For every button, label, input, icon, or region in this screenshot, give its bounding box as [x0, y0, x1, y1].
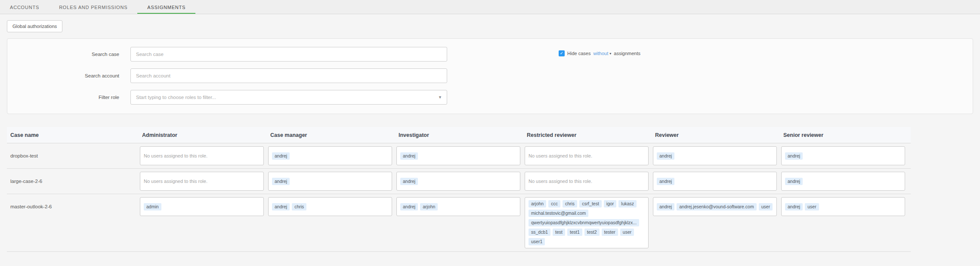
role-cell-case-manager: andrej [268, 146, 396, 165]
role-cell-restricted-reviewer: No users assigned to this role. [524, 172, 652, 191]
role-assignment-box-administrator[interactable]: No users assigned to this role. [140, 146, 264, 165]
search-account-label: Search account [7, 73, 119, 78]
user-chip[interactable]: andrej [785, 203, 803, 210]
user-chip[interactable]: arjohn [529, 200, 546, 207]
user-chip[interactable]: user [620, 229, 634, 236]
role-assignment-box-administrator[interactable]: No users assigned to this role. [140, 172, 264, 191]
role-assignment-box-senior-reviewer[interactable]: andrej [781, 172, 905, 191]
user-chip[interactable]: andrej [657, 203, 674, 210]
user-chip[interactable]: chris [563, 200, 577, 207]
role-assignment-box-case-manager[interactable]: andrej [268, 172, 392, 191]
role-assignment-box-investigator[interactable]: andrejarjohn [396, 197, 520, 216]
search-case-label: Search case [7, 52, 119, 57]
column-header-case-manager: Case manager [268, 132, 396, 138]
role-assignment-box-case-manager[interactable]: andrejchris [268, 197, 392, 216]
user-chip[interactable]: qwertyuiopasdfghjklzxcvbnmqwertyuiopasdf… [529, 219, 639, 226]
assignments-table: Case name Administrator Case manager Inv… [7, 127, 911, 252]
user-chip[interactable]: chris [292, 203, 306, 210]
role-assignment-box-reviewer[interactable]: andrej [653, 172, 777, 191]
user-chip[interactable]: ss_dcb1 [529, 229, 550, 236]
hide-cases-mode-dropdown[interactable]: without ▾ [593, 51, 611, 56]
table-header: Case name Administrator Case manager Inv… [7, 127, 911, 143]
user-chip[interactable]: andrej [272, 152, 290, 160]
tab-accounts[interactable]: ACCOUNTS [0, 0, 49, 14]
filter-role-select[interactable]: ▼ [130, 90, 447, 105]
role-cell-senior-reviewer: andrej [781, 172, 909, 191]
role-cell-restricted-reviewer: No users assigned to this role. [524, 146, 652, 165]
tab-roles-and-permissions[interactable]: ROLES AND PERMISSIONS [49, 0, 137, 14]
role-assignment-box-restricted-reviewer[interactable]: arjohncccchriscsrf_testigorlukaszmichal.… [525, 197, 649, 248]
column-header-senior-reviewer: Senior reviewer [781, 132, 909, 138]
role-assignment-box-reviewer[interactable]: andrejandrej.jesenko@vound-software.comu… [653, 197, 777, 216]
check-icon: ✓ [560, 51, 563, 56]
user-chip[interactable]: test [553, 229, 565, 236]
assignments-page: ACCOUNTS ROLES AND PERMISSIONS ASSIGNMEN… [0, 0, 980, 252]
user-chip[interactable]: tester [602, 229, 618, 236]
role-assignment-box-case-manager[interactable]: andrej [268, 146, 392, 165]
search-case-input[interactable] [130, 47, 447, 62]
tab-assignments[interactable]: ASSIGNMENTS [137, 0, 195, 14]
user-chip[interactable]: andrej [657, 178, 674, 185]
user-chip[interactable]: user [805, 203, 819, 210]
user-chip[interactable]: andrej [400, 203, 418, 210]
empty-role-placeholder: No users assigned to this role. [529, 153, 592, 158]
role-cell-investigator: andrej [396, 172, 524, 191]
user-chip[interactable]: andrej [400, 152, 418, 160]
hide-cases-control: ✓ Hide cases without ▾ assignments [559, 50, 640, 56]
user-chip[interactable]: michal.testovic@gmail.com [529, 210, 588, 217]
role-cell-restricted-reviewer: arjohncccchriscsrf_testigorlukaszmichal.… [524, 197, 652, 248]
tab-bar: ACCOUNTS ROLES AND PERMISSIONS ASSIGNMEN… [0, 0, 980, 14]
filter-role-label: Filter role [7, 95, 119, 100]
role-assignment-box-investigator[interactable]: andrej [396, 172, 520, 191]
hide-cases-mode-value: without [593, 51, 608, 56]
hide-cases-text-prefix: Hide cases [567, 51, 590, 56]
user-chip[interactable]: lukasz [618, 200, 637, 207]
user-chip[interactable]: admin [144, 203, 161, 210]
role-assignment-box-restricted-reviewer[interactable]: No users assigned to this role. [525, 172, 649, 191]
role-assignment-box-senior-reviewer[interactable]: andrej [781, 146, 905, 165]
search-account-row: Search account [7, 68, 973, 83]
role-assignment-box-administrator[interactable]: admin [140, 197, 264, 216]
global-authorizations-button[interactable]: Global authorizations [7, 20, 62, 32]
role-assignment-box-investigator[interactable]: andrej [396, 146, 520, 165]
user-chip[interactable]: ccc [548, 200, 560, 207]
search-account-input[interactable] [130, 68, 447, 83]
role-assignment-box-reviewer[interactable]: andrej [653, 146, 777, 165]
user-chip[interactable]: andrej.jesenko@vound-software.com [677, 203, 757, 210]
user-chip[interactable]: igor [604, 200, 617, 207]
column-header-reviewer: Reviewer [652, 132, 781, 138]
role-cell-investigator: andrejarjohn [396, 197, 524, 216]
role-cell-case-manager: andrej [268, 172, 396, 191]
user-chip[interactable]: andrej [272, 203, 290, 210]
user-chip[interactable]: user [759, 203, 773, 210]
table-body: dropbox-testNo users assigned to this ro… [7, 143, 911, 252]
role-cell-senior-reviewer: andrej [781, 146, 909, 165]
user-chip[interactable]: test1 [567, 229, 582, 236]
user-chip[interactable]: andrej [400, 178, 418, 185]
role-cell-reviewer: andrejandrej.jesenko@vound-software.comu… [652, 197, 781, 216]
user-chip[interactable]: andrej [657, 152, 674, 160]
role-cell-reviewer: andrej [652, 172, 781, 191]
empty-role-placeholder: No users assigned to this role. [144, 179, 207, 184]
column-header-case-name: Case name [7, 132, 139, 138]
role-assignment-box-senior-reviewer[interactable]: andrejuser [781, 197, 905, 216]
role-cell-administrator: No users assigned to this role. [139, 172, 268, 191]
role-cell-case-manager: andrejchris [268, 197, 396, 216]
role-assignment-box-restricted-reviewer[interactable]: No users assigned to this role. [525, 146, 649, 165]
chevron-down-icon[interactable]: ▼ [438, 95, 442, 99]
user-chip[interactable]: csrf_test [579, 200, 602, 207]
filter-role-input[interactable] [130, 90, 447, 105]
column-header-administrator: Administrator [139, 132, 268, 138]
search-case-row: Search case [7, 47, 973, 62]
hide-cases-checkbox[interactable]: ✓ [559, 50, 565, 56]
user-chip[interactable]: arjohn [420, 203, 438, 210]
user-chip[interactable]: test2 [584, 229, 600, 236]
role-cell-senior-reviewer: andrejuser [781, 197, 909, 216]
table-row: large-case-2-6No users assigned to this … [7, 169, 911, 194]
user-chip[interactable]: user1 [529, 238, 545, 245]
case-name: large-case-2-6 [7, 172, 139, 191]
user-chip[interactable]: andrej [272, 178, 290, 185]
empty-role-placeholder: No users assigned to this role. [144, 153, 207, 158]
user-chip[interactable]: andrej [785, 178, 803, 185]
user-chip[interactable]: andrej [785, 152, 803, 160]
